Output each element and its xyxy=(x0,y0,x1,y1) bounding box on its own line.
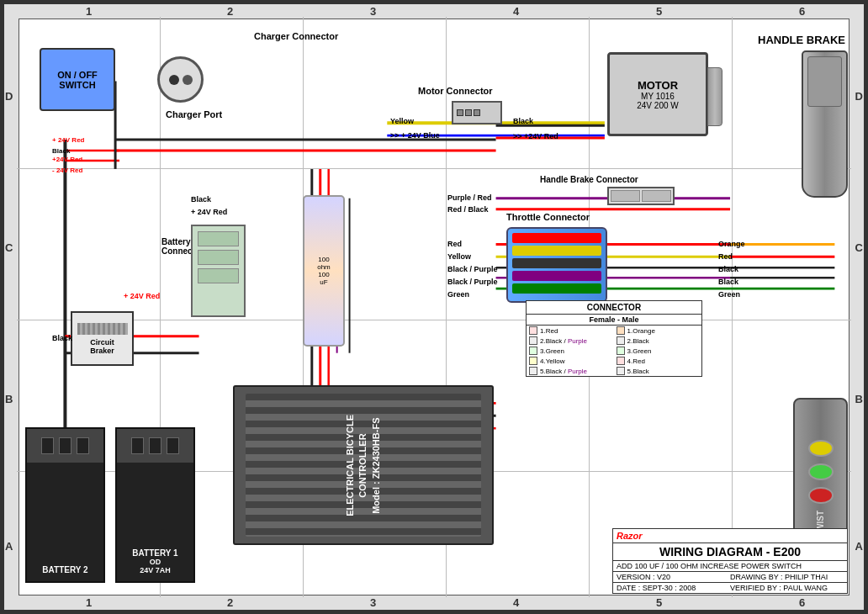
wire-label-black-bat: Black xyxy=(52,334,72,342)
grid-letter-c-right: C xyxy=(855,241,863,254)
wire-label-red-black: Red / Black xyxy=(447,205,489,214)
battery-2: BATTERY 2 xyxy=(25,427,105,583)
battery-1: BATTERY 1 OD 24V 7AH xyxy=(115,427,195,583)
connector-row-4: 4.Yellow 4.Red xyxy=(527,356,701,366)
motor-box: MOTOR MY 1016 24V 200 W xyxy=(607,52,708,136)
wire-label-red: Red xyxy=(447,240,462,248)
wire-label-24v-1: + 24V Red xyxy=(52,136,84,144)
wire-label-yellow2: Yellow xyxy=(447,252,471,261)
wire-label-red-motor: >> +24V Red xyxy=(513,132,558,140)
battery1-label2: OD xyxy=(150,558,161,566)
throttle-connector-label: Throttle Connector xyxy=(506,212,590,222)
title-block-date-row: DATE : SEPT-30 : 2008 VERIFIED BY : PAUL… xyxy=(613,583,847,593)
circuit-breaker-label2: Braker xyxy=(90,347,114,355)
wire-label-green: Green xyxy=(447,290,469,299)
handle-brake-connector-label: Handle Brake Connector xyxy=(540,175,638,184)
grid-row-c xyxy=(17,320,851,320)
grid-num-5-bot: 5 xyxy=(656,596,662,609)
title-block-date: DATE : SEPT-30 : 2008 xyxy=(617,584,730,592)
connector-table: CONNECTOR Female - Male 1.Red 1.Orange 2… xyxy=(526,300,702,377)
connector-row-5: 5.Black / Purple 5.Black xyxy=(527,366,701,376)
wire-label-red2: Red xyxy=(718,252,733,261)
wire-label-black3: Black xyxy=(718,278,738,286)
grid-num-2-bot: 2 xyxy=(227,596,233,609)
wire-label-black2: Black xyxy=(718,265,738,273)
title-block: Razor WIRING DIAGRAM - E200 ADD 100 UF /… xyxy=(612,528,848,594)
wire-label-black-top: Black xyxy=(191,195,211,204)
title-block-title: WIRING DIAGRAM - E200 xyxy=(613,543,847,561)
razor-logo: Razor xyxy=(617,531,643,541)
charger-port-label: Charger Port xyxy=(166,109,222,119)
handle-brake-label: HANDLE BRAKE xyxy=(758,34,845,46)
motor-connector-symbol xyxy=(452,101,502,124)
wire-label-yellow: Yellow xyxy=(390,117,414,125)
wire-label-orange: Orange xyxy=(718,240,745,248)
grid-num-1-bot: 1 xyxy=(86,596,92,609)
circuit-breaker-label1: Circuit xyxy=(90,338,114,347)
title-block-version-row: VERSION : V20 DRAWING BY : PHILIP THAI xyxy=(613,572,847,583)
grid-num-3-bot: 3 xyxy=(370,596,376,609)
wire-label-black-sw: Black xyxy=(52,147,70,155)
throttle-connector-symbol xyxy=(506,227,607,303)
wire-label-24v-2: +24V Red xyxy=(52,156,82,163)
motor-connector-label: Motor Connector xyxy=(418,86,493,96)
controller-box: ELECTRICAL BICYCLE CONTROLLER Model : ZK… xyxy=(233,385,494,545)
wire-label-24v-3: - 24V Red xyxy=(52,167,82,174)
handle-brake-connector-symbol xyxy=(607,187,675,205)
circuit-breaker: Circuit Braker xyxy=(71,311,134,366)
title-block-note: ADD 100 UF / 100 OHM INCREASE POWER SWIT… xyxy=(613,561,847,572)
grid-num-3-top: 3 xyxy=(370,5,376,18)
battery1-label3: 24V 7AH xyxy=(140,566,171,574)
grid-col-5 xyxy=(732,17,733,597)
grid-num-4-bot: 4 xyxy=(513,596,519,609)
grid-num-2-top: 2 xyxy=(227,5,233,18)
controller-label: ELECTRICAL BICYCLE CONTROLLER Model : ZK… xyxy=(344,415,383,516)
title-block-drawing: DRAWING BY : PHILIP THAI xyxy=(730,573,844,581)
onoff-switch: ON / OFF SWITCH xyxy=(40,48,115,111)
motor-label2: MY 1016 xyxy=(641,92,675,101)
motor-label1: MOTOR xyxy=(638,79,678,92)
connector-table-title: CONNECTOR xyxy=(527,301,701,315)
grid-num-4-top: 4 xyxy=(513,5,519,18)
wire-label-24v-bat: + 24V Red xyxy=(124,292,160,300)
grid-letter-b-right: B xyxy=(855,393,863,405)
grid-letter-a-left: A xyxy=(5,540,13,553)
battery2-label: BATTERY 2 xyxy=(42,565,87,574)
wire-label-black-purple: Black / Purple xyxy=(447,265,498,273)
connector-table-subtitle: Female - Male xyxy=(527,315,701,326)
main-container: 1 2 3 4 5 6 1 2 3 4 5 6 D C B A D C B A xyxy=(0,0,868,614)
wire-label-blue: >> + 24V Blue xyxy=(390,131,440,140)
grid-num-1-top: 1 xyxy=(86,5,92,18)
grid-row-d xyxy=(17,168,851,169)
grid-letter-c-left: C xyxy=(5,241,13,254)
handle-brake-body xyxy=(802,50,848,198)
battery1-label1: BATTERY 1 xyxy=(132,548,177,558)
grid-letter-d-right: D xyxy=(855,90,863,103)
title-block-logo-row: Razor xyxy=(613,529,847,543)
wire-label-green2: Green xyxy=(718,290,740,299)
motor-label3: 24V 200 W xyxy=(637,101,678,110)
wire-label-purple-red: Purple / Red xyxy=(447,193,492,202)
connector-row-2: 2.Black / Purple 2.Black xyxy=(527,336,701,346)
wire-label-black-motor: Black xyxy=(513,117,533,125)
wire-label-black-purple2: Black / Purple xyxy=(447,278,498,286)
grid-letter-d-left: D xyxy=(5,90,13,103)
grid-letter-a-right: A xyxy=(855,540,863,553)
onoff-switch-label2: SWITCH xyxy=(59,80,95,90)
charger-port-symbol xyxy=(157,56,204,103)
title-block-verified: VERIFIED BY : PAUL WANG xyxy=(730,584,844,592)
connector-row-3: 3.Green 3.Green xyxy=(527,346,701,356)
grid-num-6-top: 6 xyxy=(799,5,805,18)
capacitor-symbol: 100ohm100uF xyxy=(303,195,345,347)
grid-num-6-bot: 6 xyxy=(799,596,805,609)
battery-connector-symbol xyxy=(191,225,246,317)
title-block-version: VERSION : V20 xyxy=(617,573,730,581)
connector-row-1: 1.Red 1.Orange xyxy=(527,326,701,336)
charger-connector-label: Charger Connector xyxy=(254,31,338,41)
onoff-switch-label1: ON / OFF xyxy=(57,70,98,80)
grid-num-5-top: 5 xyxy=(656,5,662,18)
wire-label-plus24v: + 24V Red xyxy=(191,208,227,216)
grid-letter-b-left: B xyxy=(5,393,13,405)
